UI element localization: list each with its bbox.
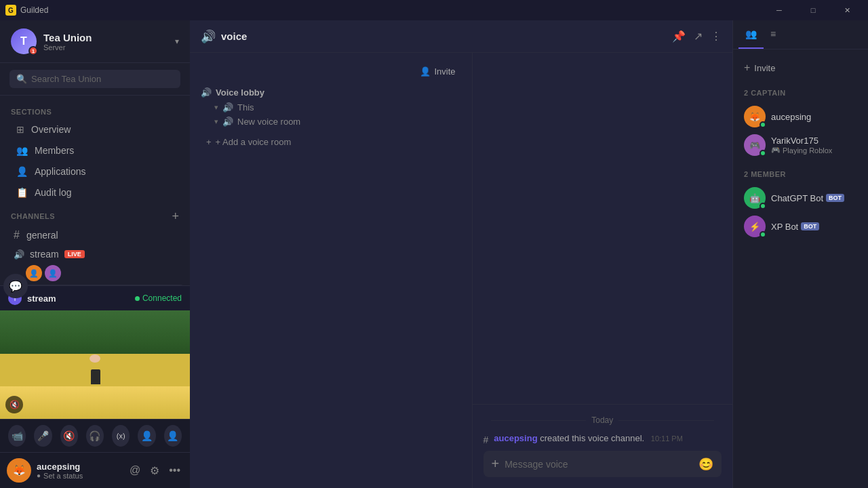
username: aucepsing xyxy=(37,462,121,472)
bot-badge: BOT xyxy=(801,222,819,230)
app-title: Guilded xyxy=(20,5,48,15)
server-name: Tea Union xyxy=(43,32,92,43)
channel-name: general xyxy=(26,230,58,241)
maximize-button[interactable]: □ xyxy=(797,0,829,20)
member-info: YarikVor175 🎮 Playing Roblox xyxy=(771,136,857,155)
voice-room-new[interactable]: ▾ 🔊 New voice room xyxy=(201,115,461,129)
tab-list[interactable]: ≡ xyxy=(764,20,783,49)
stream-channel-name: stream xyxy=(27,293,56,304)
sidebar-item-applications[interactable]: 👤 Applications xyxy=(5,161,184,182)
invite-members-button[interactable]: + Invite xyxy=(738,58,863,78)
video-preview: 🔇 xyxy=(0,310,190,419)
grid-icon: ⊞ xyxy=(16,124,24,135)
disconnect-button[interactable]: (x) xyxy=(112,425,130,447)
chat-messages-area: Today # aucepsing created this voice cha… xyxy=(473,404,733,488)
mute-button[interactable]: 🔇 xyxy=(60,425,78,447)
chat-panel: Today # aucepsing created this voice cha… xyxy=(473,53,733,488)
member-row-chatgpt[interactable]: 🤖 ChatGPT Bot BOT xyxy=(738,184,863,212)
pin-icon[interactable]: 📌 xyxy=(672,30,686,43)
channel-item-general[interactable]: # general xyxy=(5,226,184,245)
member-avatar-aucepsing: 🦊 xyxy=(744,106,766,127)
sidebar-item-audit-log[interactable]: 📋 Audit log xyxy=(5,182,184,203)
more-button[interactable]: ••• xyxy=(166,462,183,480)
message-channel-icon: # xyxy=(484,434,489,445)
user-button-1[interactable]: 👤 xyxy=(138,425,155,447)
voice-room-this[interactable]: ▾ 🔊 This xyxy=(201,100,461,115)
member-avatar-xpbot: ⚡ xyxy=(744,216,766,237)
more-options-icon[interactable]: ⋮ xyxy=(711,30,722,43)
invite-icon: 👤 xyxy=(420,66,431,77)
chat-empty-space xyxy=(473,53,733,404)
close-button[interactable]: ✕ xyxy=(831,0,863,20)
tab-members[interactable]: 👥 xyxy=(738,20,764,49)
disconnect-icon[interactable]: ↗ xyxy=(694,30,703,43)
mention-button[interactable]: @ xyxy=(127,462,143,480)
voice-room-icon: 🔊 xyxy=(222,102,233,113)
sidebar-item-label: Applications xyxy=(35,166,86,177)
member-row-yarikvor175[interactable]: 🎮 YarikVor175 🎮 Playing Roblox xyxy=(738,131,863,159)
main-content: 🔊 voice 📌 ↗ ⋮ 👤 Invite xyxy=(190,20,732,488)
member-label: 2 Member xyxy=(738,167,863,181)
add-channel-button[interactable]: + xyxy=(172,210,179,222)
message-input[interactable] xyxy=(505,459,693,470)
stream-status: Connected xyxy=(135,293,182,303)
user-status: ● Set a status xyxy=(37,472,121,480)
member-row-aucepsing[interactable]: 🦊 aucepsing xyxy=(738,102,863,131)
member-name: aucepsing xyxy=(771,112,857,122)
member-section: 2 Member 🤖 ChatGPT Bot BOT xyxy=(738,167,863,241)
status-dot xyxy=(760,150,766,157)
sidebar-item-overview[interactable]: ⊞ Overview xyxy=(5,119,184,140)
microphone-button[interactable]: 🎤 xyxy=(34,425,52,447)
date-divider: Today xyxy=(484,415,722,425)
connected-dot xyxy=(135,296,140,301)
sidebar-item-members[interactable]: 👥 Members xyxy=(5,140,184,161)
chat-input-bar: + 😊 xyxy=(484,451,722,477)
app-icon: G xyxy=(5,5,16,16)
headset-button[interactable]: 🎧 xyxy=(86,425,104,447)
user-button-2[interactable]: 👤 xyxy=(164,425,182,447)
voice-lobby-label: 🔊 Voice lobby xyxy=(201,85,461,100)
server-header[interactable]: T 1 Tea Union Server ▾ xyxy=(0,20,190,63)
member-status: 🎮 Playing Roblox xyxy=(771,146,857,155)
video-mute-button[interactable]: 🔇 xyxy=(5,396,23,413)
member-info: XP Bot BOT xyxy=(771,222,857,232)
status-dot xyxy=(760,121,766,128)
bot-badge: BOT xyxy=(826,194,844,202)
settings-button[interactable]: ⚙ xyxy=(147,462,162,480)
emoji-button[interactable]: 😊 xyxy=(698,457,713,472)
voice-icon: 🔊 xyxy=(14,249,24,260)
channel-header-left: 🔊 voice xyxy=(201,29,247,44)
chat-bubble-icon[interactable]: 💬 xyxy=(3,274,28,298)
invite-label: Invite xyxy=(754,63,775,73)
hash-icon: # xyxy=(14,229,20,241)
add-voice-room-button[interactable]: + + Add a voice room xyxy=(201,134,461,150)
right-panel-tabs: 👥 ≡ xyxy=(733,20,868,49)
activity-bubble[interactable]: 💬 xyxy=(3,274,28,298)
server-header-left: T 1 Tea Union Server xyxy=(11,28,92,54)
invite-label: Invite xyxy=(434,66,455,77)
server-name-group: Tea Union Server xyxy=(43,32,92,52)
status-dot xyxy=(760,231,766,238)
voice-main-area: 👤 Invite 🔊 Voice lobby ▾ 🔊 This xyxy=(190,53,732,488)
minimize-button[interactable]: ─ xyxy=(764,0,795,20)
members-icon: 👥 xyxy=(16,145,28,156)
right-panel: 👥 ≡ + Invite 2 Captain 🦊 aucepsing xyxy=(732,20,868,488)
channel-item-stream[interactable]: 🔊 stream LIVE xyxy=(5,245,184,263)
user-avatar: 🦊 xyxy=(7,458,31,483)
channels-section-header: Channels + xyxy=(0,203,190,225)
message-time: 10:11 PM xyxy=(651,434,683,443)
search-input[interactable] xyxy=(31,74,174,84)
search-icon: 🔍 xyxy=(16,74,27,84)
stream-user-avatar-1: 👤 xyxy=(26,265,42,281)
camera-button[interactable]: 📹 xyxy=(8,425,26,447)
add-attachment-button[interactable]: + xyxy=(492,456,500,472)
member-name: ChatGPT Bot BOT xyxy=(771,193,857,203)
search-wrap: 🔍 xyxy=(9,70,180,88)
connected-label: Connected xyxy=(142,293,182,303)
invite-plus-icon: + xyxy=(744,62,750,74)
voice-room-name: This xyxy=(237,102,254,113)
member-row-xpbot[interactable]: ⚡ XP Bot BOT xyxy=(738,212,863,241)
invite-button[interactable]: 👤 Invite xyxy=(414,64,460,79)
status-text: Set a status xyxy=(43,472,83,480)
live-badge: LIVE xyxy=(64,250,85,258)
